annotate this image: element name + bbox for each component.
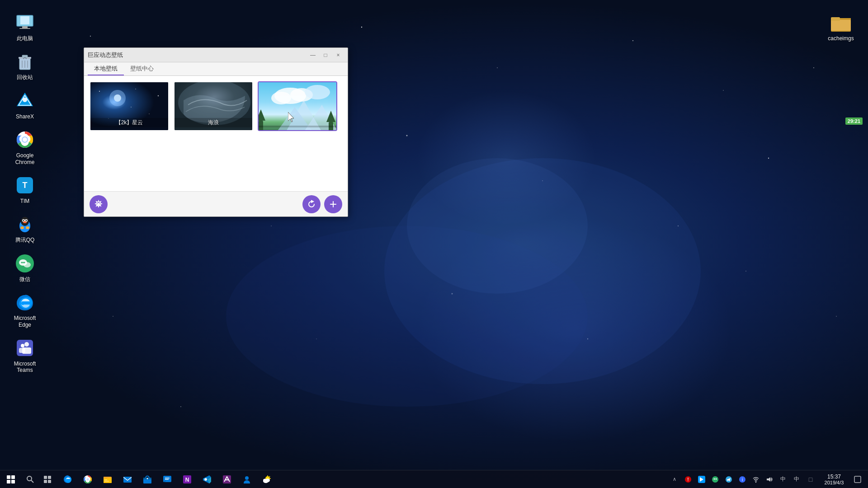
svg-point-14 [452,293,453,295]
svg-point-111 [147,478,148,479]
taskbar-app-store[interactable] [137,470,157,488]
taskbar-app-vs[interactable] [217,470,237,488]
desktop-icon-this-pc[interactable]: 此电脑 [7,9,43,44]
svg-marker-140 [767,477,770,482]
wallpaper-item-stars[interactable]: 【2k】星云 [90,81,169,131]
svg-text:i: i [742,477,743,482]
add-button[interactable] [324,195,342,213]
svg-rect-63 [831,17,840,21]
settings-button[interactable] [90,195,108,213]
desktop-icon-recycle-bin[interactable]: 回收站 [7,48,43,83]
desktop: 此电脑 回收站 [0,0,868,488]
tencent-qq-label: 腾讯QQ [15,237,35,243]
tray-antivirus[interactable]: ! [682,471,694,488]
taskbar-app-weather[interactable] [257,470,277,488]
taskbar-app-vscode[interactable] [197,470,217,488]
svg-rect-95 [11,480,15,483]
refresh-button[interactable] [302,195,321,213]
taskbar-tray: ∧ ! [668,471,868,488]
svg-point-135 [716,478,717,479]
desktop-icon-wechat[interactable]: 微信 [7,250,43,285]
tray-unknown1[interactable]: i [736,471,749,488]
taskbar-app-chrome[interactable] [78,470,98,488]
taskbar-clock[interactable]: 15:37 2019/4/3 [818,474,850,485]
window-footer [84,191,348,216]
tencent-qq-icon [14,213,36,235]
wallpaper-thumb-clouds [259,82,336,130]
taskbar-app-onenote[interactable]: N [177,470,197,488]
svg-point-47 [23,221,27,223]
tray-show-hidden[interactable]: ∧ [668,471,681,488]
wallpaper-item-clouds[interactable] [258,81,337,131]
svg-point-82 [305,85,330,99]
taskbar-search-button[interactable] [22,471,39,488]
taskbar-app-explorer[interactable] [98,470,118,488]
desktop-icon-tencent-qq[interactable]: 腾讯QQ [7,211,43,246]
svg-point-66 [114,94,121,102]
tray-wechat[interactable] [709,471,722,488]
tray-network-wifi[interactable] [750,471,762,488]
taskbar-app-mail[interactable] [118,470,137,488]
svg-point-5 [723,90,724,91]
taskbar-app-feedback[interactable] [157,470,177,488]
wallpaper-item-wave[interactable]: 海浪 [174,81,253,131]
desktop-icon-google-chrome[interactable]: Google Chrome [7,126,43,168]
tray-xunlei[interactable] [695,471,708,488]
svg-point-54 [23,262,24,263]
svg-rect-26 [19,28,30,29]
taskbar-task-view-button[interactable] [39,471,56,488]
svg-point-69 [158,95,159,96]
taskbar-app-edge[interactable] [58,470,78,488]
svg-point-38 [23,137,27,142]
taskbar-app-people[interactable] [237,470,257,488]
tray-show-desktop[interactable]: □ [804,471,817,488]
taskbar-start-button[interactable] [0,470,22,488]
svg-rect-90 [330,204,336,205]
svg-line-124 [269,476,270,477]
svg-point-20 [384,158,701,384]
desktop-icon-microsoft-edge[interactable]: Microsoft Edge [7,289,43,331]
svg-point-4 [632,40,633,41]
svg-rect-24 [20,16,29,24]
google-chrome-label: Google Chrome [9,152,41,165]
svg-point-68 [135,89,136,89]
svg-point-16 [180,406,181,407]
cacheimgs-label: cacheimgs [828,35,854,42]
tray-language[interactable]: 中 [777,471,789,488]
cacheimgs-folder-icon [830,12,852,33]
desktop-icon-cacheimgs[interactable]: cacheimgs [823,9,859,44]
taskbar-notification-button[interactable] [851,471,864,488]
window-minimize-button[interactable]: — [307,51,319,60]
svg-rect-112 [163,476,171,482]
desktop-icon-tim[interactable]: T TIM [7,172,43,207]
desktop-icon-sharex[interactable]: ShareX [7,87,43,122]
tray-volume[interactable] [763,471,776,488]
this-pc-icon [14,12,36,33]
window-maximize-button[interactable]: □ [320,51,331,60]
window-controls: — □ × [307,51,344,60]
tab-wallpaper-center[interactable]: 壁纸中心 [124,62,160,75]
tray-ime-status[interactable]: 中 [790,471,803,488]
svg-point-49 [26,226,29,229]
tray-telegram[interactable] [722,471,735,488]
wechat-icon [14,253,36,274]
tab-local-wallpaper[interactable]: 本地壁纸 [88,62,124,75]
wallpaper-grid: 【2k】星云 [90,81,342,131]
svg-marker-88 [311,201,313,202]
sharex-label: ShareX [16,113,34,120]
svg-point-17 [316,338,317,339]
clock-date: 2019/4/3 [825,480,844,485]
svg-point-2 [361,27,362,28]
taskbar-apps: N [56,470,668,488]
microsoft-teams-icon [14,337,36,359]
svg-point-96 [27,476,32,481]
svg-point-11 [678,225,679,226]
svg-point-104 [87,478,89,480]
window-close-button[interactable]: × [332,51,344,60]
svg-text:N: N [185,477,189,483]
svg-point-133 [712,476,718,483]
svg-rect-25 [22,26,28,28]
svg-rect-101 [48,480,51,483]
svg-rect-141 [854,476,861,483]
desktop-icon-microsoft-teams[interactable]: Microsoft Teams [7,334,43,376]
